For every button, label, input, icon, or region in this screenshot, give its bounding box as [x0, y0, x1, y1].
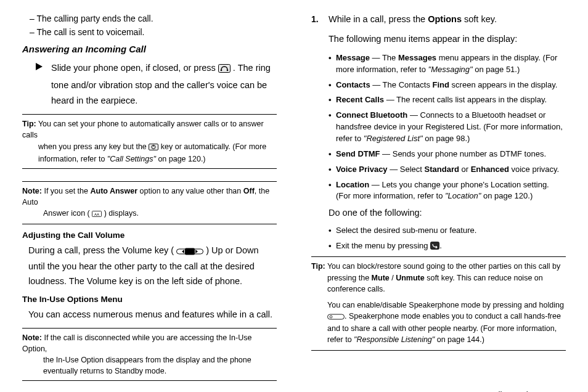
text: Answer icon ( [43, 209, 90, 218]
text: While in a call, press the [329, 14, 428, 24]
tip-box: Tip: You can set your phone to automatic… [22, 118, 277, 165]
text: — The [370, 53, 398, 62]
note-box: Note: If you set the Auto Answer option … [22, 186, 277, 220]
text: — Select [388, 165, 425, 174]
step-marker-triangle-icon [36, 63, 43, 72]
text: If the call is disconnected while you ar… [22, 333, 251, 353]
text: when you press any key but the [38, 142, 149, 151]
note-line: Answer icon ( AA ) displays. [43, 208, 277, 220]
svg-rect-1 [218, 65, 230, 73]
text: The calling party ends the call. [36, 14, 153, 23]
bullet-marker-icon: • [329, 94, 336, 106]
note-label: Note: [22, 187, 42, 195]
step-row: Slide your phone open, if closed, or pre… [36, 60, 277, 108]
reference: "Responsible Listening" [354, 335, 435, 344]
manual-page: The calling party ends the call. The cal… [0, 0, 588, 392]
bold: Message [336, 53, 370, 62]
bullet-voice-privacy: • Voice Privacy — Select Standard or Enh… [329, 164, 566, 176]
svg-rect-10 [185, 248, 195, 255]
text: on page 144.) [435, 335, 484, 344]
divider-line [311, 256, 566, 257]
text: voice privacy. [509, 165, 559, 174]
text: — The Contacts [370, 80, 433, 89]
bullet-body: Voice Privacy — Select Standard or Enhan… [336, 164, 566, 176]
bold: Recent Calls [336, 95, 384, 104]
svg-point-2 [221, 70, 223, 71]
text: on page 120.) [481, 191, 533, 200]
bold: Options [428, 14, 462, 24]
reference: "Registered List" [364, 134, 423, 143]
bold: Messages [398, 53, 436, 62]
bold: Enhanced [471, 165, 509, 174]
bullet-marker-icon: • [329, 164, 336, 176]
volume-rocker-icon [176, 245, 203, 259]
text: option to any value other than [137, 187, 243, 195]
call-key-icon [218, 62, 231, 78]
bullet-marker-icon: • [329, 80, 336, 91]
step-number: 1. [311, 14, 329, 24]
bullet-location: • Location — Lets you change your phone'… [329, 179, 566, 203]
end-key-icon [149, 142, 158, 153]
answering-body: Slide your phone open, if closed, or pre… [51, 60, 277, 108]
reference: "Call Settings" [107, 155, 156, 163]
text: Exit the menu by pressing [336, 241, 430, 250]
section-heading-answering: Answering an Incoming Call [22, 44, 277, 54]
bold: Mute [372, 274, 390, 282]
page-footer: Call Functions 26 [22, 390, 566, 392]
text: You can set your phone to automatically … [22, 120, 264, 139]
tip-label: Tip: [311, 262, 325, 271]
auto-answer-status-icon: AA [92, 209, 102, 220]
bold: Contacts [336, 80, 370, 89]
dash-list: The calling party ends the call. The cal… [30, 12, 277, 39]
divider-line [22, 380, 277, 381]
bullet-body: Location — Lets you change your phone's … [336, 179, 566, 203]
svg-text:AA: AA [94, 213, 99, 216]
bullet-body: Send DTMF — Sends your phone number as D… [336, 149, 566, 160]
bullet-body: Exit the menu by pressing . [336, 240, 566, 253]
tip-label: Tip: [22, 120, 36, 128]
text: or [459, 165, 471, 174]
text: soft key. [462, 14, 497, 24]
bullet-marker-icon: • [329, 110, 336, 121]
bold: Location [336, 180, 369, 189]
note-line: the In-Use Option disappears from the di… [43, 354, 277, 377]
text: / [390, 274, 396, 282]
text: ) displays. [104, 209, 139, 218]
bold: Off [243, 187, 255, 195]
bold: Voice Privacy [336, 165, 388, 174]
bullet-body: Select the desired sub-menu or feature. [336, 225, 566, 237]
text: During a call, press the Volume key ( [28, 245, 176, 255]
bold: Find [433, 80, 449, 89]
svg-marker-0 [36, 63, 43, 70]
divider-line [22, 114, 277, 115]
note-box: Note: If the call is disconnected while … [22, 332, 277, 377]
divider-line [22, 224, 277, 224]
subheading-inuse: The In-Use Options Menu [22, 295, 277, 304]
reference: "Messaging" [428, 65, 473, 74]
text: You can block/restore sound going to the… [325, 262, 561, 271]
left-column: The calling party ends the call. The cal… [22, 12, 277, 385]
bullet-body: Message — The Messages menu appears in t… [336, 52, 566, 76]
divider-line [22, 328, 277, 329]
divider-line [22, 181, 277, 182]
text: on page 51.) [473, 65, 520, 74]
dash-item: The call is sent to voicemail. [30, 26, 277, 39]
bold: Auto Answer [90, 187, 137, 195]
bullet-marker-icon: • [329, 225, 336, 237]
speaker-key-icon [327, 312, 345, 323]
bold: Connect Bluetooth [336, 110, 407, 120]
bullet-body: Recent Calls — The recent calls list app… [336, 94, 566, 106]
bold: Send DTMF [336, 149, 380, 158]
bullet-marker-icon: • [329, 52, 336, 64]
sub-bullet-list: • Select the desired sub-menu or feature… [329, 225, 566, 253]
options-bullet-list: • Message — The Messages menu appears in… [329, 52, 566, 202]
tip-line: pressing the Mute / Unmute soft key. Thi… [327, 272, 566, 295]
bold: Unmute [396, 274, 425, 282]
text: Slide your phone open, if closed, or pre… [51, 63, 218, 73]
bold: Standard [425, 165, 459, 174]
volume-body: During a call, press the Volume key ( ) … [28, 243, 277, 288]
svg-rect-13 [431, 242, 439, 249]
back-key-icon [430, 242, 439, 253]
bullet-send-dtmf: • Send DTMF — Sends your phone number as… [329, 149, 566, 160]
text: on page 120.) [156, 155, 206, 163]
